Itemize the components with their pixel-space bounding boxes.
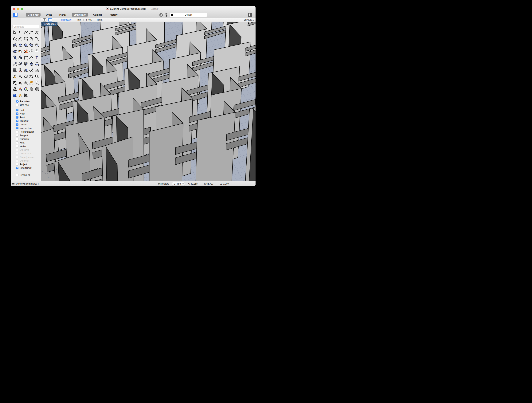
shaded-view-tool[interactable]	[29, 86, 34, 92]
point-tool[interactable]	[18, 30, 23, 35]
dimension-tool[interactable]	[23, 93, 28, 98]
arc-tool[interactable]	[18, 36, 23, 42]
osnap-quadrant-checkbox[interactable]	[16, 138, 19, 140]
cplane-popup[interactable]: CPlane	[172, 182, 185, 186]
zoom-window-tool[interactable]	[23, 74, 28, 79]
mesh-tool[interactable]	[12, 49, 17, 54]
right-sidebar-toggle-icon[interactable]	[248, 13, 252, 17]
split-tool[interactable]	[34, 49, 39, 54]
check-select-tool[interactable]	[29, 67, 34, 73]
record-history-icon[interactable]	[159, 13, 163, 17]
curve-tool[interactable]	[29, 30, 34, 35]
array-tool[interactable]	[12, 67, 17, 73]
offset-tool[interactable]	[23, 67, 28, 73]
polyline-tool[interactable]	[23, 30, 28, 35]
zoom-inout-tool[interactable]	[18, 74, 23, 79]
color-tool[interactable]	[23, 86, 28, 92]
osnap-tangent-checkbox[interactable]	[16, 134, 19, 137]
copy-tool[interactable]	[18, 61, 23, 67]
tab-perspective[interactable]: Perspective	[60, 19, 71, 21]
title-chevron-down-icon[interactable]	[158, 8, 160, 10]
lock-tool[interactable]	[12, 86, 17, 92]
layout-tool[interactable]	[29, 80, 34, 85]
osnap-mode-one-shot-radio[interactable]	[16, 104, 19, 106]
osnap-vertex-checkbox[interactable]	[16, 145, 19, 147]
group-tool[interactable]	[18, 55, 23, 60]
named-view-tool[interactable]	[18, 80, 23, 85]
polygon-tool[interactable]	[29, 36, 34, 42]
osnap-project-checkbox[interactable]	[16, 163, 19, 165]
boolean-tool[interactable]	[12, 55, 17, 60]
toolbar-button-planar[interactable]: Planar	[57, 13, 68, 17]
rendered-view-tool[interactable]	[34, 86, 39, 92]
layouts-button[interactable]: Layouts...	[244, 19, 255, 21]
text-tool[interactable]: T	[34, 55, 39, 60]
osnap-on-mesh-checkbox[interactable]	[16, 159, 19, 162]
layer-selector[interactable]: Default	[170, 13, 207, 17]
osnap-point-checkbox[interactable]: ✓	[16, 116, 19, 119]
command-input[interactable]	[13, 25, 39, 28]
osnap-on-surface-checkbox[interactable]	[16, 152, 19, 155]
undo-view-tool[interactable]	[12, 80, 17, 85]
explode-tool[interactable]	[23, 49, 28, 54]
surface-points-tool[interactable]	[12, 42, 17, 48]
move-tool[interactable]	[12, 61, 17, 67]
titlebar[interactable]: £Dprint Compuer Couture.3dm — Edited	[11, 6, 255, 12]
perspective-viewport[interactable]: y z Perspective	[41, 22, 255, 181]
cplane-tool[interactable]	[23, 80, 28, 85]
osnap-on-polysurface-checkbox[interactable]	[16, 156, 19, 158]
osnap-perpendicular-checkbox[interactable]	[16, 131, 19, 133]
spotlight-tool[interactable]	[18, 93, 23, 98]
circle-tool[interactable]	[34, 30, 39, 35]
four-view-layout-icon[interactable]	[43, 18, 46, 21]
primitives-tool[interactable]	[34, 67, 39, 73]
surface-tool[interactable]	[18, 42, 23, 48]
gumball-target-icon[interactable]	[165, 13, 168, 17]
clipping-plane-tool[interactable]	[18, 86, 23, 92]
ellipse-tool[interactable]	[12, 36, 17, 42]
osnap-intersection-checkbox[interactable]: ✓	[16, 127, 19, 129]
osnap-knot-checkbox[interactable]	[16, 141, 19, 144]
osnap-end-checkbox[interactable]: ✓	[16, 109, 19, 111]
toolbar-button-grid-snap[interactable]: Grid Snap	[26, 13, 41, 17]
rotate-tool[interactable]	[23, 61, 28, 67]
selection-tool[interactable]	[12, 30, 17, 35]
revolve-tool[interactable]	[34, 42, 39, 48]
light-tool[interactable]	[34, 80, 39, 85]
osnap-smarttrack-checkbox[interactable]: ✓	[16, 167, 19, 169]
distribute-tool[interactable]	[18, 67, 23, 73]
osnap-midpoint-checkbox[interactable]: ✓	[16, 120, 19, 122]
osnap-on-curve-checkbox[interactable]	[16, 149, 19, 151]
toolbar-button-ortho[interactable]: Ortho	[44, 13, 54, 17]
handle-curve-tool[interactable]	[34, 36, 39, 42]
osnap-center-checkbox[interactable]: ✓	[16, 123, 19, 126]
tab-right[interactable]: Right	[97, 19, 102, 21]
single-view-layout-icon[interactable]	[48, 18, 52, 21]
osnap-mode-persistent-radio[interactable]	[16, 100, 19, 103]
extrude-tool[interactable]	[34, 61, 39, 67]
fillet-tool[interactable]	[23, 55, 28, 60]
trim-tool[interactable]	[29, 49, 34, 54]
osnap-cb-4-label: Center	[20, 123, 27, 126]
left-sidebar-toggle-icon[interactable]	[13, 13, 18, 17]
toolbar-button-history[interactable]: History	[108, 13, 119, 17]
toolbar-button-gumball[interactable]: Gumball	[91, 13, 104, 17]
cap-tool[interactable]	[29, 61, 34, 67]
osnap-near-checkbox[interactable]: ✓	[16, 113, 19, 115]
viewport-canvas[interactable]: y z	[41, 22, 255, 181]
plugins-tool[interactable]	[18, 49, 23, 54]
orient-tool[interactable]	[12, 74, 17, 79]
sphere-tool[interactable]	[29, 42, 34, 48]
tab-front[interactable]: Front	[86, 19, 92, 21]
box-tool[interactable]	[23, 42, 28, 48]
zoom-extents-tool[interactable]	[29, 74, 34, 79]
toolbar-button-smarttrack[interactable]: SmartTrack	[72, 13, 88, 17]
blend-tool[interactable]	[29, 55, 34, 60]
rectangle-tool[interactable]	[23, 36, 28, 42]
osnap-disable-all-checkbox[interactable]	[16, 174, 19, 176]
command-history-icon[interactable]	[12, 183, 15, 185]
viewport-title-badge[interactable]: Perspective	[41, 22, 57, 26]
zoom-magnify-tool[interactable]	[34, 74, 39, 79]
tab-top[interactable]: Top	[77, 19, 81, 21]
render-tool[interactable]	[12, 93, 17, 98]
